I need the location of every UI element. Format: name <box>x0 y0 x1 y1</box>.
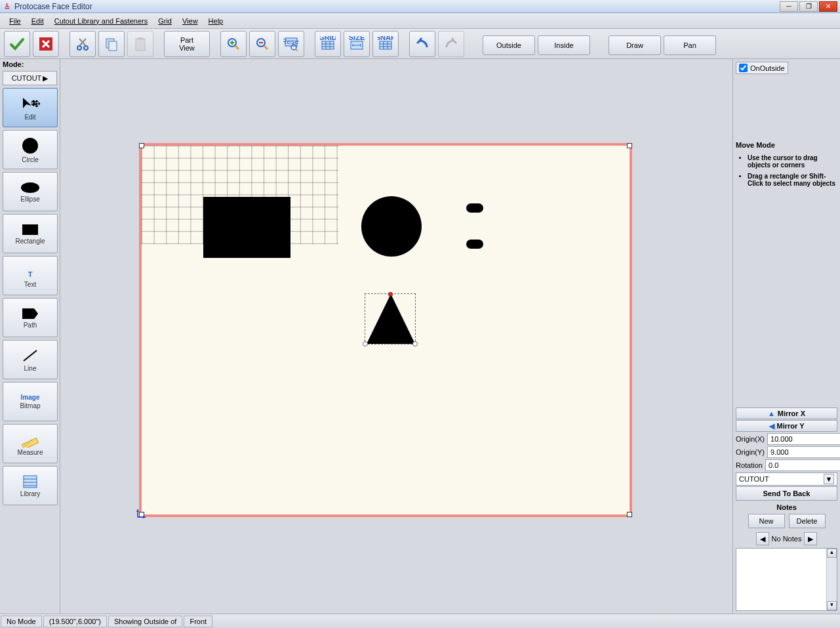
snap-button[interactable]: SNAP <box>372 31 399 57</box>
svg-rect-16 <box>380 41 391 49</box>
svg-text:T: T <box>28 270 33 278</box>
canvas-handle[interactable] <box>627 512 632 517</box>
checkbox-icon[interactable] <box>739 64 748 72</box>
svg-rect-21 <box>22 224 38 235</box>
menu-file[interactable]: File <box>4 16 26 26</box>
canvas-handle[interactable] <box>139 143 144 148</box>
main-area: Mode: CUTOUT▶ Edit Circle Ellipse Rectan… <box>0 59 840 614</box>
tool-path[interactable]: Path <box>3 298 58 337</box>
tool-label: Bitmap <box>20 402 40 409</box>
notes-new-button[interactable]: New <box>748 514 785 528</box>
svg-rect-5 <box>136 39 145 51</box>
notes-title: Notes <box>736 503 837 511</box>
resize-handle[interactable] <box>363 341 368 346</box>
canvas-area[interactable] <box>60 59 732 614</box>
origin-handle[interactable] <box>388 292 393 297</box>
zoom-reset-button[interactable]: Reset <box>278 31 304 57</box>
rotation-label: Rotation <box>736 461 763 469</box>
line-icon <box>21 348 39 364</box>
tool-rectangle[interactable]: Rectangle <box>3 214 58 253</box>
tool-circle[interactable]: Circle <box>3 130 58 169</box>
origin-marker-icon <box>136 508 148 520</box>
tool-label: Line <box>24 365 37 372</box>
zoom-out-button[interactable] <box>249 31 275 57</box>
svg-text:SIZE: SIZE <box>349 36 365 41</box>
zoom-in-button[interactable] <box>220 31 247 57</box>
tool-edit[interactable]: Edit <box>3 88 58 127</box>
menu-view[interactable]: View <box>177 16 203 26</box>
cancel-button[interactable] <box>33 31 59 57</box>
tool-text[interactable]: T Text <box>3 256 58 295</box>
status-mode: No Mode <box>1 616 42 627</box>
send-to-back-button[interactable]: Send To Back <box>736 486 837 501</box>
svg-rect-4 <box>109 41 117 51</box>
minimize-button[interactable]: ─ <box>780 1 798 12</box>
canvas-handle[interactable] <box>627 143 632 148</box>
image-icon: Image <box>21 394 40 401</box>
svg-point-19 <box>22 138 38 154</box>
statusbar: No Mode (19.500",6.000") Showing Outside… <box>0 614 840 628</box>
notes-next-button[interactable]: ▶ <box>804 532 817 545</box>
tool-label: Circle <box>22 156 39 163</box>
shape-circle[interactable] <box>361 196 422 257</box>
tool-bitmap[interactable]: Image Bitmap <box>3 382 58 421</box>
tool-line[interactable]: Line <box>3 340 58 379</box>
tool-ellipse[interactable]: Ellipse <box>3 172 58 211</box>
paste-button[interactable] <box>127 31 153 57</box>
maximize-button[interactable]: ❐ <box>799 1 818 12</box>
grid-toggle-button[interactable]: GRID <box>315 31 341 57</box>
menu-help[interactable]: Help <box>203 16 229 26</box>
svg-text:Reset: Reset <box>283 37 299 45</box>
inside-button[interactable]: Inside <box>538 35 590 55</box>
mode-label: Mode: <box>0 59 60 70</box>
mirror-y-button[interactable]: ◀Mirror Y <box>736 420 837 432</box>
mirror-x-button[interactable]: ▲Mirror X <box>736 408 837 419</box>
size-button[interactable]: SIZE <box>344 31 370 57</box>
draw-button[interactable]: Draw <box>609 35 661 55</box>
layer-select[interactable]: CUTOUT▼ <box>736 472 837 486</box>
rotation-input[interactable] <box>765 459 840 471</box>
tool-library[interactable]: Library <box>3 466 58 505</box>
origin-y-input[interactable] <box>767 446 840 458</box>
right-panel: OnOutside Move Mode Use the cursor to dr… <box>732 59 840 614</box>
shape-rectangle[interactable] <box>203 197 290 258</box>
origin-x-input[interactable] <box>767 433 840 445</box>
chevron-right-icon: ▶ <box>43 74 48 83</box>
part-view-button[interactable]: Part View <box>164 31 210 57</box>
tool-measure[interactable]: Measure <box>3 424 58 463</box>
status-coords: (19.500",6.000") <box>43 616 107 627</box>
mode-dropdown[interactable]: CUTOUT▶ <box>3 71 57 85</box>
copy-button[interactable] <box>98 31 125 57</box>
hint-item: Use the cursor to drag objects or corner… <box>748 154 837 169</box>
svg-point-1 <box>77 46 81 50</box>
cut-button[interactable] <box>70 31 96 57</box>
shape-slot[interactable] <box>466 240 483 249</box>
shape-selected-triangle[interactable] <box>365 293 416 345</box>
scroll-up-icon[interactable]: ▲ <box>827 549 837 558</box>
notes-prev-button[interactable]: ◀ <box>756 532 769 545</box>
svg-point-2 <box>84 46 88 50</box>
menu-edit[interactable]: Edit <box>26 16 49 26</box>
scroll-down-icon[interactable]: ▼ <box>827 601 837 610</box>
path-icon <box>21 307 39 320</box>
shape-slot[interactable] <box>466 203 483 213</box>
close-button[interactable]: ✕ <box>819 1 837 12</box>
scrollbar[interactable]: ▲▼ <box>826 549 837 610</box>
pan-button[interactable]: Pan <box>664 35 716 55</box>
outside-button[interactable]: Outside <box>483 35 535 55</box>
notes-textarea-wrap: ▲▼ <box>736 548 837 611</box>
redo-button[interactable] <box>438 31 464 57</box>
menu-grid[interactable]: Grid <box>153 16 177 26</box>
resize-handle[interactable] <box>412 341 418 346</box>
accept-button[interactable] <box>4 31 30 57</box>
menu-cutout-library[interactable]: Cutout Library and Fasteners <box>49 16 153 26</box>
mirror-x-icon: ▲ <box>768 409 775 417</box>
canvas[interactable] <box>139 143 632 517</box>
left-panel: Mode: CUTOUT▶ Edit Circle Ellipse Rectan… <box>0 59 60 614</box>
notes-textarea[interactable] <box>736 549 826 610</box>
undo-button[interactable] <box>409 31 435 57</box>
on-outside-checkbox[interactable]: OnOutside <box>736 62 788 74</box>
tool-label: Measure <box>18 449 43 456</box>
notes-delete-button[interactable]: Delete <box>789 514 826 528</box>
svg-line-23 <box>24 350 37 361</box>
